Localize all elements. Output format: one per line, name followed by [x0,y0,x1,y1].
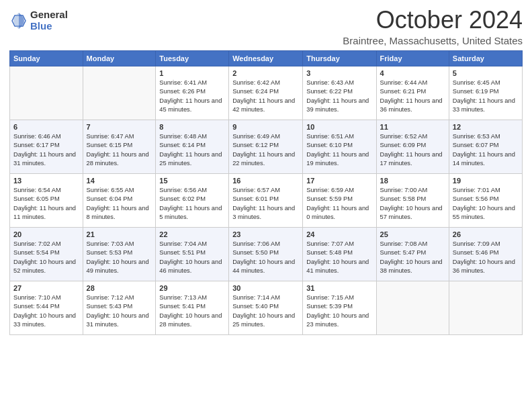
calendar-cell: 20Sunrise: 7:02 AM Sunset: 5:54 PM Dayli… [10,227,83,281]
day-info: Sunrise: 6:54 AM Sunset: 6:05 PM Dayligh… [13,186,79,222]
day-info: Sunrise: 7:06 AM Sunset: 5:50 PM Dayligh… [232,240,299,276]
day-number: 21 [87,230,152,238]
day-number: 5 [453,69,519,77]
day-number: 22 [159,230,225,238]
day-number: 1 [159,69,225,77]
day-info: Sunrise: 7:10 AM Sunset: 5:44 PM Dayligh… [13,293,79,330]
day-number: 10 [306,123,372,131]
header: General Blue October 2024 Braintree, Mas… [9,7,523,46]
calendar-cell [83,66,156,120]
calendar-cell: 10Sunrise: 6:51 AM Sunset: 6:10 PM Dayli… [303,120,376,173]
day-number: 3 [306,69,372,77]
day-number: 24 [306,230,372,238]
day-number: 11 [380,123,445,131]
calendar-cell: 17Sunrise: 6:59 AM Sunset: 5:59 PM Dayli… [303,173,376,227]
calendar-table: SundayMondayTuesdayWednesdayThursdayFrid… [9,50,523,335]
day-number: 28 [87,284,152,292]
calendar-cell: 4Sunrise: 6:44 AM Sunset: 6:21 PM Daylig… [376,66,449,120]
month-title: October 2024 [343,7,523,34]
day-info: Sunrise: 6:48 AM Sunset: 6:14 PM Dayligh… [159,132,225,169]
day-number: 17 [306,177,372,185]
day-info: Sunrise: 6:42 AM Sunset: 6:24 PM Dayligh… [232,79,299,115]
day-number: 26 [453,230,519,238]
day-info: Sunrise: 7:02 AM Sunset: 5:54 PM Dayligh… [13,240,79,276]
calendar-cell: 26Sunrise: 7:09 AM Sunset: 5:46 PM Dayli… [449,227,522,281]
weekday-header-tuesday: Tuesday [156,50,229,66]
day-info: Sunrise: 6:51 AM Sunset: 6:10 PM Dayligh… [306,132,372,169]
day-number: 31 [306,284,372,292]
day-info: Sunrise: 6:47 AM Sunset: 6:15 PM Dayligh… [87,132,152,169]
weekday-header-monday: Monday [83,50,156,66]
day-number: 6 [13,123,79,131]
calendar-cell: 28Sunrise: 7:12 AM Sunset: 5:43 PM Dayli… [83,281,156,334]
calendar-cell: 31Sunrise: 7:15 AM Sunset: 5:39 PM Dayli… [303,281,376,334]
day-info: Sunrise: 6:49 AM Sunset: 6:12 PM Dayligh… [232,132,299,169]
day-number: 13 [13,177,79,185]
day-info: Sunrise: 6:43 AM Sunset: 6:22 PM Dayligh… [306,79,372,115]
calendar-cell: 1Sunrise: 6:41 AM Sunset: 6:26 PM Daylig… [156,66,229,120]
day-number: 20 [13,230,79,238]
logo-icon [9,11,28,30]
calendar-cell: 24Sunrise: 7:07 AM Sunset: 5:48 PM Dayli… [303,227,376,281]
day-number: 25 [380,230,445,238]
day-number: 7 [87,123,152,131]
calendar-cell [10,66,83,120]
day-number: 9 [232,123,299,131]
calendar-cell: 19Sunrise: 7:01 AM Sunset: 5:56 PM Dayli… [449,173,522,227]
day-info: Sunrise: 6:56 AM Sunset: 6:02 PM Dayligh… [159,186,225,222]
day-info: Sunrise: 7:07 AM Sunset: 5:48 PM Dayligh… [306,240,372,276]
logo-text-top: General [30,9,68,21]
calendar-cell: 23Sunrise: 7:06 AM Sunset: 5:50 PM Dayli… [229,227,303,281]
week-row-4: 20Sunrise: 7:02 AM Sunset: 5:54 PM Dayli… [10,227,523,281]
day-info: Sunrise: 7:09 AM Sunset: 5:46 PM Dayligh… [453,240,519,276]
calendar-cell: 2Sunrise: 6:42 AM Sunset: 6:24 PM Daylig… [229,66,303,120]
calendar-cell [449,281,522,334]
location-title: Braintree, Massachusetts, United States [343,35,523,46]
day-number: 27 [13,284,79,292]
weekday-header-friday: Friday [376,50,449,66]
title-block: October 2024 Braintree, Massachusetts, U… [343,7,523,46]
day-info: Sunrise: 7:13 AM Sunset: 5:41 PM Dayligh… [159,293,225,330]
week-row-3: 13Sunrise: 6:54 AM Sunset: 6:05 PM Dayli… [10,173,523,227]
day-number: 4 [380,69,445,77]
week-row-2: 6Sunrise: 6:46 AM Sunset: 6:17 PM Daylig… [10,120,523,173]
day-info: Sunrise: 7:03 AM Sunset: 5:53 PM Dayligh… [87,240,152,276]
calendar-cell: 12Sunrise: 6:53 AM Sunset: 6:07 PM Dayli… [449,120,522,173]
day-info: Sunrise: 7:14 AM Sunset: 5:40 PM Dayligh… [232,293,299,330]
logo-text-bottom: Blue [30,21,68,32]
calendar-cell: 11Sunrise: 6:52 AM Sunset: 6:09 PM Dayli… [376,120,449,173]
day-info: Sunrise: 7:01 AM Sunset: 5:56 PM Dayligh… [453,186,519,222]
day-info: Sunrise: 7:00 AM Sunset: 5:58 PM Dayligh… [380,186,445,222]
logo-text: General Blue [30,9,68,32]
calendar-cell: 29Sunrise: 7:13 AM Sunset: 5:41 PM Dayli… [156,281,229,334]
day-number: 18 [380,177,445,185]
calendar-cell: 22Sunrise: 7:04 AM Sunset: 5:51 PM Dayli… [156,227,229,281]
calendar-cell: 5Sunrise: 6:45 AM Sunset: 6:19 PM Daylig… [449,66,522,120]
calendar-cell: 6Sunrise: 6:46 AM Sunset: 6:17 PM Daylig… [10,120,83,173]
day-info: Sunrise: 6:57 AM Sunset: 6:01 PM Dayligh… [232,186,299,222]
day-info: Sunrise: 6:55 AM Sunset: 6:04 PM Dayligh… [87,186,152,222]
calendar-page: General Blue October 2024 Braintree, Mas… [0,0,532,411]
day-number: 2 [232,69,299,77]
logo: General Blue [9,9,68,32]
calendar-cell: 15Sunrise: 6:56 AM Sunset: 6:02 PM Dayli… [156,173,229,227]
week-row-1: 1Sunrise: 6:41 AM Sunset: 6:26 PM Daylig… [10,66,523,120]
calendar-cell: 25Sunrise: 7:08 AM Sunset: 5:47 PM Dayli… [376,227,449,281]
day-number: 23 [232,230,299,238]
calendar-cell: 13Sunrise: 6:54 AM Sunset: 6:05 PM Dayli… [10,173,83,227]
calendar-cell: 21Sunrise: 7:03 AM Sunset: 5:53 PM Dayli… [83,227,156,281]
day-info: Sunrise: 6:44 AM Sunset: 6:21 PM Dayligh… [380,79,445,115]
day-info: Sunrise: 6:41 AM Sunset: 6:26 PM Dayligh… [159,79,225,115]
day-number: 15 [159,177,225,185]
calendar-cell: 16Sunrise: 6:57 AM Sunset: 6:01 PM Dayli… [229,173,303,227]
weekday-header-sunday: Sunday [10,50,83,66]
calendar-cell: 30Sunrise: 7:14 AM Sunset: 5:40 PM Dayli… [229,281,303,334]
day-number: 8 [159,123,225,131]
day-info: Sunrise: 7:12 AM Sunset: 5:43 PM Dayligh… [87,293,152,330]
weekday-header-wednesday: Wednesday [229,50,303,66]
calendar-cell: 27Sunrise: 7:10 AM Sunset: 5:44 PM Dayli… [10,281,83,334]
calendar-cell [376,281,449,334]
calendar-cell: 3Sunrise: 6:43 AM Sunset: 6:22 PM Daylig… [303,66,376,120]
day-number: 29 [159,284,225,292]
day-info: Sunrise: 6:52 AM Sunset: 6:09 PM Dayligh… [380,132,445,169]
